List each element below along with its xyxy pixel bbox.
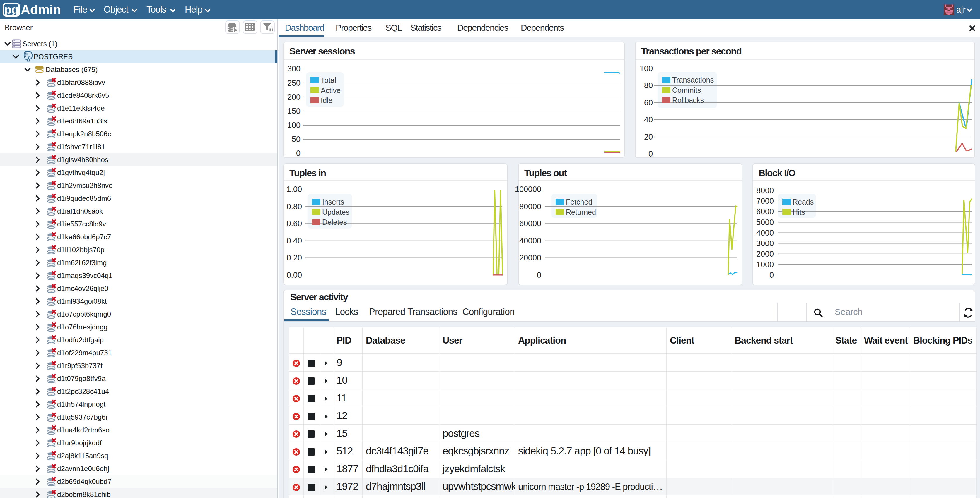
svg-text:0.40: 0.40 [286,236,302,245]
svg-text:60000: 60000 [519,219,541,228]
svg-text:0.20: 0.20 [286,254,302,262]
svg-text:Hits: Hits [792,208,805,216]
svg-text:100: 100 [640,64,653,73]
svg-text:Returned: Returned [566,208,596,216]
svg-text:Idle: Idle [321,96,332,105]
svg-text:50: 50 [292,135,301,144]
svg-text:Deletes: Deletes [322,218,347,226]
svg-text:300: 300 [287,64,301,73]
svg-text:0: 0 [649,149,653,158]
svg-text:0.60: 0.60 [286,219,302,228]
svg-text:Fetched: Fetched [566,198,592,206]
svg-text:Reads: Reads [792,198,814,206]
svg-text:100: 100 [287,121,301,130]
svg-text:80000: 80000 [519,202,541,211]
svg-text:0: 0 [296,149,301,158]
svg-text:150: 150 [287,107,301,116]
svg-text:5000: 5000 [756,218,774,227]
svg-text:4000: 4000 [756,228,774,237]
svg-text:3000: 3000 [756,239,774,248]
svg-text:Updates: Updates [322,208,349,216]
svg-text:250: 250 [287,79,301,87]
svg-text:40: 40 [644,115,653,124]
svg-text:Commits: Commits [672,86,701,94]
svg-text:6000: 6000 [756,207,774,216]
svg-text:40000: 40000 [519,236,541,245]
svg-text:0: 0 [769,271,774,279]
svg-text:2000: 2000 [756,250,774,259]
svg-text:7000: 7000 [756,197,774,205]
svg-text:80: 80 [644,81,653,90]
svg-text:100000: 100000 [515,185,541,194]
svg-text:Active: Active [321,86,340,95]
svg-text:1000: 1000 [756,260,774,269]
svg-text:Transactions: Transactions [672,76,714,84]
svg-text:20: 20 [644,133,653,141]
svg-text:0.80: 0.80 [286,202,302,211]
svg-text:20000: 20000 [519,254,541,262]
svg-text:Total: Total [321,76,336,84]
svg-text:Rollbacks: Rollbacks [672,96,704,104]
svg-text:200: 200 [287,93,301,102]
svg-text:Inserts: Inserts [322,198,344,206]
svg-text:0: 0 [537,271,541,279]
svg-text:8000: 8000 [756,186,774,195]
svg-text:0.00: 0.00 [286,271,302,279]
svg-text:60: 60 [644,98,653,107]
svg-text:1.00: 1.00 [286,185,302,194]
